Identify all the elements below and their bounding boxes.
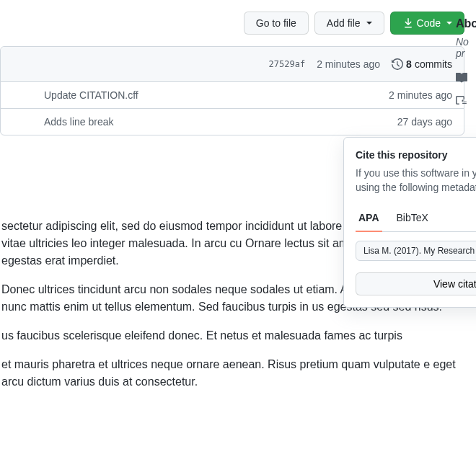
commits-count-link[interactable]: 8 commits <box>392 58 452 70</box>
cite-icon[interactable] <box>456 95 467 107</box>
commit-message: Adds line break <box>44 116 114 128</box>
commit-message: Update CITATION.cff <box>44 89 138 101</box>
download-icon <box>402 17 414 29</box>
go-to-file-button[interactable]: Go to file <box>244 12 309 35</box>
tab-bibtex[interactable]: BibTeX <box>394 206 431 232</box>
commits-count-label: commits <box>415 58 452 70</box>
commits-box: 27529af 2 minutes ago 8 commits Update C… <box>0 46 464 135</box>
about-description: No pr <box>456 36 476 59</box>
history-icon <box>392 58 403 70</box>
code-button[interactable]: Code <box>390 12 464 35</box>
readme-icon[interactable] <box>456 72 467 84</box>
chevron-down-icon <box>366 22 372 25</box>
readme-paragraph: us faucibus scelerisque eleifend donec. … <box>1 327 476 344</box>
commit-time: 2 minutes ago <box>317 58 380 70</box>
commits-count-number: 8 <box>406 58 412 70</box>
chevron-down-icon <box>446 22 452 25</box>
readme-paragraph: et mauris pharetra et ultrices neque orn… <box>1 356 476 391</box>
commit-sha[interactable]: 27529af <box>269 59 306 69</box>
commit-time: 2 minutes ago <box>389 89 452 101</box>
add-file-label: Add file <box>327 16 361 30</box>
popup-description: If you use this software in your work, p… <box>356 166 476 195</box>
sidebar: About No pr <box>456 17 476 107</box>
tab-apa[interactable]: APA <box>356 206 382 232</box>
table-row[interactable]: Adds line break 27 days ago <box>1 109 464 135</box>
cite-popup: Cite this repository If you use this sof… <box>343 137 476 308</box>
add-file-button[interactable]: Add file <box>314 12 384 35</box>
commits-header: 27529af 2 minutes ago 8 commits <box>1 47 464 82</box>
table-row[interactable]: Update CITATION.cff 2 minutes ago <box>1 82 464 109</box>
citation-tabs: APA BibTeX <box>356 206 476 232</box>
view-citation-button[interactable]: View citation file <box>356 272 476 295</box>
code-label: Code <box>417 16 441 30</box>
citation-text[interactable]: Lisa M. (2017). My Research Software <box>356 241 476 261</box>
about-heading: About <box>456 17 476 30</box>
commit-time: 27 days ago <box>397 116 452 128</box>
popup-title: Cite this repository <box>356 149 476 161</box>
